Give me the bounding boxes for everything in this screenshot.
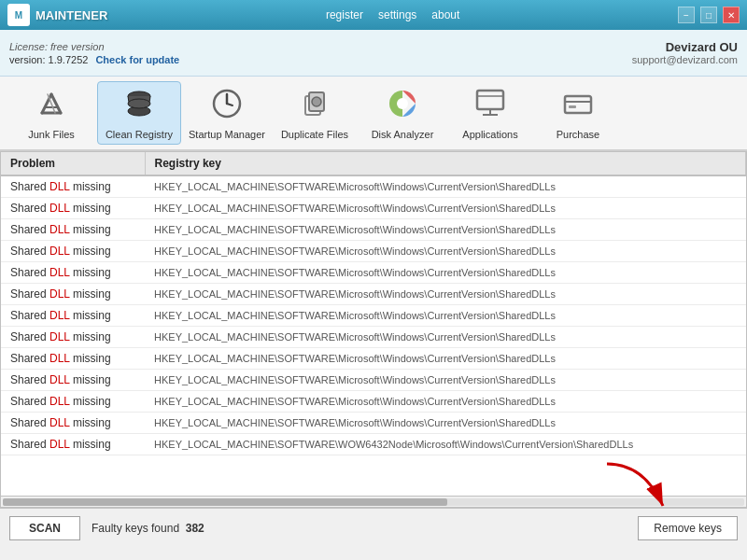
registry-column-header: Registry key (145, 152, 745, 175)
company-email: support@devizard.com (632, 54, 738, 65)
duplicate-files-icon (298, 87, 331, 125)
table-row[interactable]: Shared DLL missingHKEY_LOCAL_MACHINE\SOF… (1, 241, 746, 262)
toolbar-btn-purchase[interactable]: Purchase (536, 81, 620, 145)
status-text: Faulty keys found 382 (92, 522, 627, 535)
app-logo: M (7, 4, 30, 26)
disk-analyzer-icon (386, 87, 419, 125)
title-bar-nav: register settings about (326, 8, 459, 21)
close-button[interactable]: ✕ (723, 7, 740, 23)
problem-cell: Shared DLL missing (1, 262, 145, 284)
about-link[interactable]: about (431, 8, 459, 21)
applications-icon (473, 87, 507, 125)
problem-cell: Shared DLL missing (1, 305, 145, 327)
table-row[interactable]: Shared DLL missingHKEY_LOCAL_MACHINE\SOF… (1, 305, 746, 327)
scan-button[interactable]: SCAN (9, 516, 80, 540)
window-controls: − □ ✕ (678, 7, 740, 23)
faulty-count: 382 (186, 522, 204, 535)
info-bar: License: free version version: 1.9.7252 … (0, 30, 747, 77)
svg-point-7 (128, 99, 150, 108)
problem-cell: Shared DLL missing (1, 434, 145, 455)
bottom-bar: SCAN Faulty keys found 382 Remove keys (0, 508, 747, 547)
toolbar-btn-startup-manager[interactable]: Startup Manager (185, 81, 269, 145)
table-container[interactable]: Problem Registry key Shared DLL missingH… (1, 152, 746, 496)
purchase-icon (561, 87, 595, 125)
faulty-keys-label: Faulty keys found (92, 522, 179, 535)
junk-files-label: Junk Files (28, 129, 75, 140)
remove-keys-button[interactable]: Remove keys (638, 516, 738, 540)
table-row[interactable]: Shared DLL missingHKEY_LOCAL_MACHINE\SOF… (1, 370, 746, 391)
app-title: MAINTENER (35, 8, 107, 22)
main-content: Problem Registry key Shared DLL missingH… (0, 151, 747, 508)
toolbar-btn-junk-files[interactable]: Junk Files (9, 81, 93, 145)
register-link[interactable]: register (326, 8, 363, 21)
registry-cell: HKEY_LOCAL_MACHINE\SOFTWARE\Microsoft\Wi… (145, 348, 745, 370)
purchase-label: Purchase (557, 129, 599, 140)
maximize-button[interactable]: □ (700, 7, 717, 23)
info-bar-right: Devizard OU support@devizard.com (632, 40, 738, 65)
registry-cell: HKEY_LOCAL_MACHINE\SOFTWARE\Microsoft\Wi… (145, 241, 745, 262)
scrollbar-thumb[interactable] (3, 498, 447, 506)
registry-cell: HKEY_LOCAL_MACHINE\SOFTWARE\Microsoft\Wi… (145, 391, 745, 413)
info-bar-left: License: free version version: 1.9.7252 … (9, 41, 179, 65)
registry-cell: HKEY_LOCAL_MACHINE\SOFTWARE\Microsoft\Wi… (145, 305, 745, 327)
problem-cell: Shared DLL missing (1, 198, 145, 219)
table-row[interactable]: Shared DLL missingHKEY_LOCAL_MACHINE\SOF… (1, 175, 746, 198)
registry-table: Problem Registry key Shared DLL missingH… (1, 152, 746, 455)
problem-cell: Shared DLL missing (1, 175, 145, 198)
toolbar-btn-applications[interactable]: Applications (448, 81, 532, 145)
problem-cell: Shared DLL missing (1, 391, 145, 413)
registry-cell: HKEY_LOCAL_MACHINE\SOFTWARE\Microsoft\Wi… (145, 413, 745, 434)
toolbar: Junk FilesClean RegistryStartup ManagerD… (0, 77, 747, 151)
minimize-button[interactable]: − (678, 7, 695, 23)
table-row[interactable]: Shared DLL missingHKEY_LOCAL_MACHINE\SOF… (1, 219, 746, 241)
title-bar-left: M MAINTENER (7, 4, 107, 26)
svg-line-10 (227, 104, 233, 105)
clean-registry-label: Clean Registry (106, 129, 173, 140)
toolbar-btn-duplicate-files[interactable]: Duplicate Files (273, 81, 357, 145)
clean-registry-icon (122, 87, 156, 125)
registry-cell: HKEY_LOCAL_MACHINE\SOFTWARE\WOW6432Node\… (145, 434, 745, 455)
duplicate-files-label: Duplicate Files (281, 129, 348, 140)
problem-cell: Shared DLL missing (1, 241, 145, 262)
title-bar: M MAINTENER register settings about − □ … (0, 0, 747, 30)
table-row[interactable]: Shared DLL missingHKEY_LOCAL_MACHINE\SOF… (1, 413, 746, 434)
problem-cell: Shared DLL missing (1, 348, 145, 370)
problem-cell: Shared DLL missing (1, 219, 145, 241)
problem-cell: Shared DLL missing (1, 327, 145, 348)
startup-manager-label: Startup Manager (189, 129, 265, 140)
problem-cell: Shared DLL missing (1, 413, 145, 434)
junk-files-icon (35, 87, 68, 125)
disk-analyzer-label: Disk Analyzer (372, 129, 434, 140)
version-row: version: 1.9.7252 Check for update (9, 54, 179, 65)
registry-cell: HKEY_LOCAL_MACHINE\SOFTWARE\Microsoft\Wi… (145, 327, 745, 348)
problem-column-header: Problem (1, 152, 145, 175)
company-name: Devizard OU (632, 40, 738, 54)
version-text: version: 1.9.7252 (9, 54, 88, 65)
table-row[interactable]: Shared DLL missingHKEY_LOCAL_MACHINE\SOF… (1, 348, 746, 370)
svg-rect-15 (477, 91, 503, 109)
toolbar-btn-clean-registry[interactable]: Clean Registry (97, 81, 181, 145)
startup-manager-icon (210, 87, 244, 125)
svg-rect-21 (569, 105, 576, 108)
table-row[interactable]: Shared DLL missingHKEY_LOCAL_MACHINE\SOF… (1, 284, 746, 305)
applications-label: Applications (462, 129, 517, 140)
scrollbar-track (3, 498, 744, 506)
table-row[interactable]: Shared DLL missingHKEY_LOCAL_MACHINE\SOF… (1, 434, 746, 455)
registry-cell: HKEY_LOCAL_MACHINE\SOFTWARE\Microsoft\Wi… (145, 198, 745, 219)
registry-cell: HKEY_LOCAL_MACHINE\SOFTWARE\Microsoft\Wi… (145, 219, 745, 241)
table-row[interactable]: Shared DLL missingHKEY_LOCAL_MACHINE\SOF… (1, 198, 746, 219)
svg-line-0 (42, 94, 51, 113)
horizontal-scrollbar[interactable] (1, 496, 746, 507)
table-row[interactable]: Shared DLL missingHKEY_LOCAL_MACHINE\SOF… (1, 262, 746, 284)
license-text: License: free version (9, 41, 179, 52)
table-row[interactable]: Shared DLL missingHKEY_LOCAL_MACHINE\SOF… (1, 327, 746, 348)
toolbar-btn-disk-analyzer[interactable]: Disk Analyzer (360, 81, 444, 145)
table-row[interactable]: Shared DLL missingHKEY_LOCAL_MACHINE\SOF… (1, 391, 746, 413)
svg-point-14 (397, 98, 408, 109)
settings-link[interactable]: settings (378, 8, 416, 21)
svg-rect-19 (565, 96, 591, 113)
svg-point-13 (312, 97, 321, 106)
problem-cell: Shared DLL missing (1, 284, 145, 305)
registry-cell: HKEY_LOCAL_MACHINE\SOFTWARE\Microsoft\Wi… (145, 262, 745, 284)
check-update-link[interactable]: Check for update (95, 54, 179, 65)
